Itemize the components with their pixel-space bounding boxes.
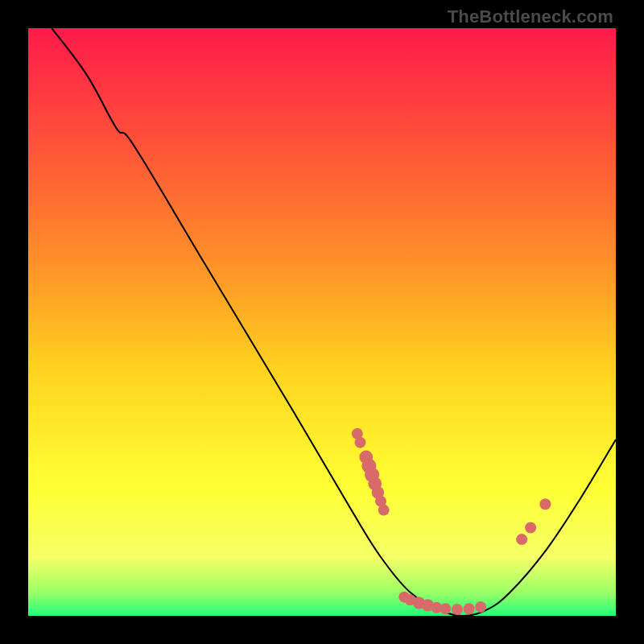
data-dot — [516, 534, 527, 545]
data-dot — [464, 603, 475, 614]
plot-area — [28, 28, 616, 616]
watermark-text: TheBottleneck.com — [448, 6, 613, 27]
data-dot — [539, 498, 551, 510]
data-dot — [525, 522, 536, 534]
data-dot — [440, 603, 451, 614]
data-dot — [452, 604, 463, 615]
chart-svg — [28, 28, 616, 616]
data-dot — [378, 505, 390, 516]
data-dot — [475, 601, 486, 613]
data-dot — [354, 437, 365, 448]
chart-frame: TheBottleneck.com — [0, 0, 644, 644]
